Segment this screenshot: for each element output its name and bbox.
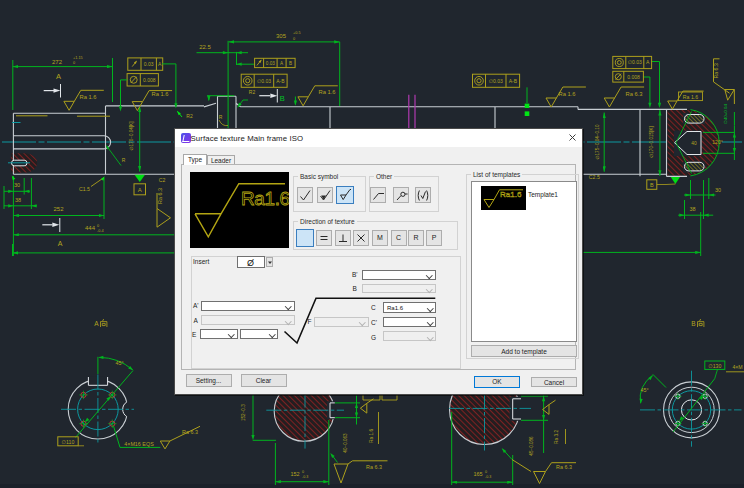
svg-text:∅170−0.015[K]: ∅170−0.015[K] — [649, 126, 654, 157]
svg-text:A-B: A-B — [276, 78, 285, 84]
svg-text:252: 252 — [53, 206, 64, 212]
svg-text:0.008: 0.008 — [143, 77, 156, 83]
svg-text:38: 38 — [690, 206, 696, 212]
svg-text:+0.5: +0.5 — [293, 31, 301, 35]
svg-text:C1.5: C1.5 — [79, 186, 90, 192]
svg-text:120°: 120° — [712, 139, 723, 145]
svg-text:Ra 6.3: Ra 6.3 — [556, 464, 572, 470]
svg-text:0.008: 0.008 — [627, 74, 640, 80]
svg-text:0: 0 — [302, 470, 304, 474]
svg-text:-0.3: -0.3 — [485, 475, 491, 479]
svg-text:Ra 1.6: Ra 1.6 — [683, 94, 698, 100]
svg-text:Ra 6.3: Ra 6.3 — [366, 464, 382, 470]
svg-text:-0.3: -0.3 — [302, 475, 308, 479]
svg-text:0.03: 0.03 — [144, 61, 154, 67]
svg-text:4×M16 EQS: 4×M16 EQS — [124, 441, 154, 447]
svg-text:45−0.086: 45−0.086 — [529, 436, 534, 456]
svg-text:A: A — [56, 72, 61, 81]
svg-text:A: A — [138, 187, 142, 193]
svg-text:0: 0 — [293, 37, 295, 41]
svg-text:38: 38 — [15, 197, 21, 203]
svg-text:R: R — [219, 114, 223, 120]
svg-text:∅0.03: ∅0.03 — [489, 78, 503, 84]
svg-text:B: B — [289, 61, 292, 66]
svg-text:152: 152 — [290, 471, 299, 477]
svg-text:A-B: A-B — [509, 78, 518, 84]
svg-text:∅0.03: ∅0.03 — [257, 78, 271, 84]
svg-text:305: 305 — [276, 33, 287, 39]
svg-text:Ra 1.6: Ra 1.6 — [79, 94, 96, 100]
svg-text:A: A — [94, 320, 99, 327]
svg-text:444: 444 — [85, 225, 96, 231]
svg-text:0: 0 — [485, 470, 487, 474]
svg-text:C2: C2 — [159, 177, 166, 183]
svg-text:-0.4: -0.4 — [97, 229, 104, 233]
svg-text:Ra 1.6: Ra 1.6 — [558, 91, 575, 97]
svg-text:Ra 1.6: Ra 1.6 — [151, 91, 168, 97]
svg-text:C2.5: C2.5 — [589, 174, 600, 180]
svg-text:165: 165 — [473, 471, 482, 477]
svg-text:272: 272 — [52, 59, 63, 65]
svg-text:Ra1.6: Ra1.6 — [241, 188, 289, 209]
svg-text:Ra 1.6: Ra 1.6 — [369, 429, 374, 443]
svg-text:30: 30 — [14, 182, 20, 188]
svg-text:R2: R2 — [186, 113, 193, 119]
svg-text:30: 30 — [715, 187, 721, 193]
svg-text:40: 40 — [691, 141, 697, 146]
svg-text:152−0.3: 152−0.3 — [241, 404, 246, 421]
svg-text:Ra 1.6: Ra 1.6 — [318, 89, 335, 95]
svg-text:B: B — [650, 182, 654, 188]
svg-text:A: A — [646, 59, 650, 65]
svg-text:0.03: 0.03 — [266, 61, 275, 66]
svg-text:A: A — [158, 61, 162, 67]
svg-text:∅175−0.04−0.10: ∅175−0.04−0.10 — [595, 124, 600, 159]
svg-text:∅110: ∅110 — [62, 439, 75, 445]
svg-text:Ra 3.2: Ra 3.2 — [554, 430, 559, 444]
svg-text:R: R — [122, 157, 126, 163]
svg-text:A: A — [280, 61, 284, 66]
svg-text:+1.15: +1.15 — [73, 56, 83, 60]
svg-text:B: B — [280, 94, 285, 103]
svg-text:∅40+0.04: ∅40+0.04 — [723, 104, 728, 124]
svg-text:22.5: 22.5 — [199, 44, 211, 50]
svg-text:0: 0 — [97, 224, 99, 228]
svg-text:40−0.063: 40−0.063 — [343, 433, 348, 453]
svg-text:A: A — [58, 240, 63, 247]
svg-text:B: B — [691, 320, 695, 327]
svg-text:Ra1.6: Ra1.6 — [500, 190, 522, 199]
svg-text:4×M: 4×M — [732, 364, 742, 370]
svg-text:Ra 6.3: Ra 6.3 — [625, 91, 642, 97]
svg-text:45°: 45° — [640, 387, 648, 393]
svg-text:Ra 6.3: Ra 6.3 — [182, 429, 198, 435]
svg-text:∅170−0.04[K]: ∅170−0.04[K] — [129, 122, 134, 151]
svg-text:45°: 45° — [115, 360, 123, 366]
svg-text:∅130: ∅130 — [708, 363, 721, 369]
svg-text:Ra 6.3: Ra 6.3 — [713, 63, 719, 78]
svg-text:R2: R2 — [249, 89, 256, 95]
svg-text:0: 0 — [73, 61, 75, 65]
svg-text:∅0.03: ∅0.03 — [628, 59, 642, 65]
